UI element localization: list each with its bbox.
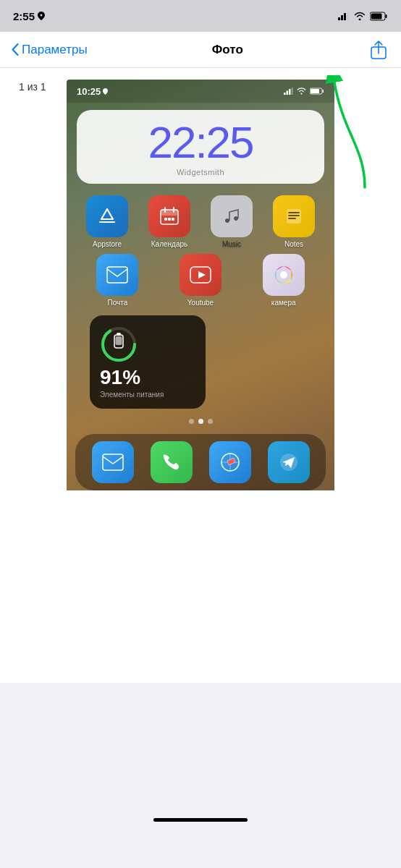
svg-rect-37 xyxy=(103,454,123,470)
battery-icon xyxy=(370,12,388,21)
app-grid-row1: Appstore Календарь xyxy=(67,190,334,254)
dot-3 xyxy=(208,419,213,424)
youtube-icon xyxy=(180,254,221,296)
inner-status-icons xyxy=(284,88,324,95)
svg-rect-1 xyxy=(341,15,343,20)
bottom-area xyxy=(0,683,401,827)
status-time: 2:55 xyxy=(13,10,45,22)
time-label: 2:55 xyxy=(13,10,35,22)
back-button[interactable]: Параметры xyxy=(12,43,88,57)
app-mail: Почта xyxy=(80,254,156,307)
music-label: Music xyxy=(222,240,241,248)
dock-phone-icon xyxy=(151,441,193,483)
svg-rect-35 xyxy=(117,333,121,336)
svg-rect-9 xyxy=(284,93,286,95)
location-icon xyxy=(38,12,45,20)
app-music: Music xyxy=(204,195,259,248)
calendar-icon xyxy=(148,195,190,237)
youtube-label: Youtube xyxy=(187,299,214,307)
inner-location-icon xyxy=(103,88,108,95)
arrow-annotation xyxy=(321,75,379,191)
calendar-label: Календарь xyxy=(151,240,187,248)
svg-rect-10 xyxy=(287,91,289,95)
svg-rect-5 xyxy=(386,14,387,18)
chevron-left-icon xyxy=(12,43,19,56)
app-appstore: Appstore xyxy=(80,195,135,248)
dock xyxy=(75,434,326,490)
phone-screen: 10:25 xyxy=(67,80,334,490)
svg-point-31 xyxy=(280,271,287,278)
svg-rect-23 xyxy=(287,209,301,224)
page-title: Фото xyxy=(212,43,243,57)
inner-wifi-icon xyxy=(297,88,306,95)
svg-rect-6 xyxy=(371,13,382,19)
home-indicator xyxy=(153,818,248,822)
dot-1 xyxy=(189,419,194,424)
appstore-label: Appstore xyxy=(93,240,122,248)
notes-icon xyxy=(273,195,315,237)
photo-counter: 1 из 1 xyxy=(12,78,54,95)
app-notes: Notes xyxy=(266,195,321,248)
app-camera: камера xyxy=(245,254,321,307)
dock-telegram xyxy=(263,441,314,483)
clock-widget: 22:25 Widgetsmith xyxy=(77,110,324,184)
inner-time: 10:25 xyxy=(77,86,108,97)
dock-phone xyxy=(145,441,197,483)
camera-label: камера xyxy=(271,299,296,307)
svg-marker-29 xyxy=(198,271,206,278)
svg-rect-11 xyxy=(289,89,291,95)
svg-rect-22 xyxy=(172,218,174,221)
svg-rect-2 xyxy=(344,13,346,20)
dock-telegram-icon xyxy=(268,441,310,483)
app-grid-row2: Почта Youtube xyxy=(67,254,334,312)
green-arrow xyxy=(321,75,379,191)
svg-rect-3 xyxy=(347,12,349,20)
screenshot-image: 10:25 xyxy=(67,80,334,499)
svg-rect-12 xyxy=(292,88,294,95)
music-icon xyxy=(211,195,253,237)
svg-rect-36 xyxy=(116,336,122,345)
svg-rect-0 xyxy=(338,17,340,20)
dock-safari xyxy=(204,441,256,483)
svg-rect-27 xyxy=(107,267,127,283)
dock-mail xyxy=(87,441,138,483)
photo-area: 1 из 1 10:25 xyxy=(0,68,401,683)
share-icon xyxy=(371,41,387,59)
dot-2 xyxy=(198,419,203,424)
svg-rect-20 xyxy=(164,218,167,221)
dock-safari-icon xyxy=(209,441,251,483)
battery-percent: 91% xyxy=(100,366,140,389)
clock-time: 22:25 xyxy=(84,120,317,165)
svg-rect-21 xyxy=(168,218,171,221)
signal-icon xyxy=(338,12,350,20)
appstore-icon xyxy=(86,195,128,237)
svg-rect-15 xyxy=(311,89,319,93)
share-button[interactable] xyxy=(368,39,389,61)
page-dots xyxy=(67,413,334,430)
app-youtube: Youtube xyxy=(163,254,239,307)
battery-label: Элементы питания xyxy=(100,391,164,399)
mail-label: Почта xyxy=(107,299,127,307)
camera-icon xyxy=(263,254,305,296)
status-bar: 2:55 xyxy=(0,0,401,32)
mail-icon xyxy=(96,254,138,296)
nav-bar: Параметры Фото xyxy=(0,32,401,68)
notes-label: Notes xyxy=(284,240,303,248)
battery-widget: 91% Элементы питания xyxy=(90,315,206,409)
widget-label: Widgetsmith xyxy=(84,168,317,176)
battery-circle xyxy=(100,326,136,362)
svg-rect-17 xyxy=(161,210,178,216)
inner-status-bar: 10:25 xyxy=(67,80,334,103)
status-icons xyxy=(338,12,388,21)
app-calendar: Календарь xyxy=(142,195,197,248)
dock-mail-icon xyxy=(92,441,134,483)
back-label: Параметры xyxy=(22,43,88,57)
battery-widget-row: 91% Элементы питания xyxy=(67,312,334,413)
inner-signal-icon xyxy=(284,88,293,95)
wifi-icon xyxy=(354,12,366,20)
